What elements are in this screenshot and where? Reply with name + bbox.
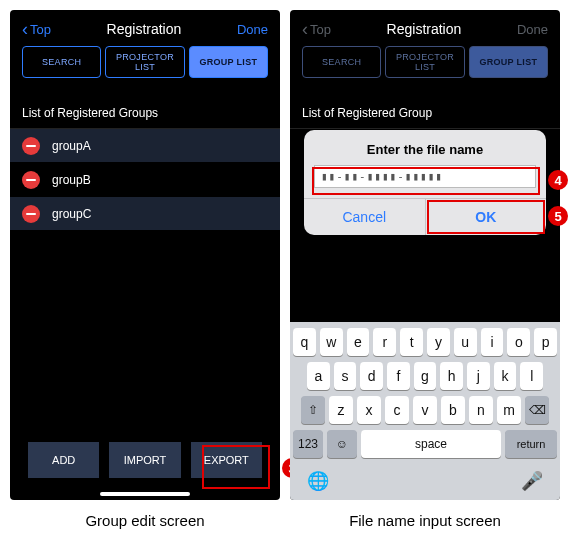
chevron-left-icon: ‹	[22, 20, 28, 38]
key-x[interactable]: x	[357, 396, 381, 424]
emoji-key[interactable]: ☺	[327, 430, 357, 458]
done-button: Done	[517, 22, 548, 37]
callout-5: 5	[548, 206, 568, 226]
file-name-input[interactable]	[314, 165, 536, 188]
backspace-key[interactable]: ⌫	[525, 396, 549, 424]
import-button[interactable]: IMPORT	[109, 442, 180, 478]
tab-group-list[interactable]: GROUP LIST	[189, 46, 268, 78]
section-label: List of Registered Groups	[10, 88, 280, 129]
add-button[interactable]: ADD	[28, 442, 99, 478]
ios-keyboard: qwertyuiop asdfghjkl ⇧ zxcvbnm⌫ 123 ☺ sp…	[290, 322, 560, 500]
section-label: List of Registered Group	[290, 88, 560, 129]
tab-projector-list: PROJECTOR LIST	[385, 46, 464, 78]
tab-group-list: GROUP LIST	[469, 46, 548, 78]
segment-control: SEARCH PROJECTOR LIST GROUP LIST	[290, 42, 560, 88]
page-title: Registration	[107, 21, 182, 37]
key-g[interactable]: g	[414, 362, 437, 390]
key-d[interactable]: d	[360, 362, 383, 390]
key-c[interactable]: c	[385, 396, 409, 424]
callout-4: 4	[548, 170, 568, 190]
return-key[interactable]: return	[505, 430, 557, 458]
tab-search: SEARCH	[302, 46, 381, 78]
key-e[interactable]: e	[347, 328, 370, 356]
group-name: groupB	[52, 173, 91, 187]
ok-button[interactable]: OK	[426, 199, 547, 235]
remove-icon[interactable]	[22, 171, 40, 189]
key-u[interactable]: u	[454, 328, 477, 356]
tab-projector-list[interactable]: PROJECTOR LIST	[105, 46, 184, 78]
page-title: Registration	[387, 21, 462, 37]
caption-right: File name input screen	[349, 512, 501, 529]
key-n[interactable]: n	[469, 396, 493, 424]
key-m[interactable]: m	[497, 396, 521, 424]
nav-bar: ‹ Top Registration Done	[290, 10, 560, 42]
mic-icon[interactable]: 🎤	[521, 470, 543, 492]
chevron-left-icon: ‹	[302, 20, 308, 38]
key-h[interactable]: h	[440, 362, 463, 390]
key-w[interactable]: w	[320, 328, 343, 356]
list-item[interactable]: groupC	[10, 197, 280, 231]
nav-bar: ‹ Top Registration Done	[10, 10, 280, 42]
key-z[interactable]: z	[329, 396, 353, 424]
back-button: ‹ Top	[302, 20, 331, 38]
key-r[interactable]: r	[373, 328, 396, 356]
key-p[interactable]: p	[534, 328, 557, 356]
key-t[interactable]: t	[400, 328, 423, 356]
home-indicator	[100, 492, 190, 496]
key-k[interactable]: k	[494, 362, 517, 390]
key-y[interactable]: y	[427, 328, 450, 356]
key-v[interactable]: v	[413, 396, 437, 424]
key-s[interactable]: s	[334, 362, 357, 390]
dialog-buttons: Cancel OK	[304, 198, 546, 235]
shift-key[interactable]: ⇧	[301, 396, 325, 424]
group-list: groupA groupB groupC	[10, 129, 280, 430]
tab-search[interactable]: SEARCH	[22, 46, 101, 78]
file-name-dialog: Enter the file name Cancel OK	[304, 130, 546, 235]
action-bar: ADD IMPORT EXPORT	[10, 430, 280, 500]
cancel-button[interactable]: Cancel	[304, 199, 426, 235]
file-name-input-screen: ‹ Top Registration Done SEARCH PROJECTOR…	[290, 10, 560, 500]
done-button[interactable]: Done	[237, 22, 268, 37]
key-i[interactable]: i	[481, 328, 504, 356]
key-j[interactable]: j	[467, 362, 490, 390]
group-name: groupA	[52, 139, 91, 153]
remove-icon[interactable]	[22, 137, 40, 155]
caption-left: Group edit screen	[85, 512, 204, 529]
remove-icon[interactable]	[22, 205, 40, 223]
key-q[interactable]: q	[293, 328, 316, 356]
space-key[interactable]: space	[361, 430, 501, 458]
list-item[interactable]: groupA	[10, 129, 280, 163]
export-button[interactable]: EXPORT	[191, 442, 262, 478]
key-b[interactable]: b	[441, 396, 465, 424]
back-label: Top	[30, 22, 51, 37]
segment-control: SEARCH PROJECTOR LIST GROUP LIST	[10, 42, 280, 88]
group-edit-screen: ‹ Top Registration Done SEARCH PROJECTOR…	[10, 10, 280, 500]
key-l[interactable]: l	[520, 362, 543, 390]
back-button[interactable]: ‹ Top	[22, 20, 51, 38]
globe-icon[interactable]: 🌐	[307, 470, 329, 492]
key-o[interactable]: o	[507, 328, 530, 356]
list-item[interactable]: groupB	[10, 163, 280, 197]
key-a[interactable]: a	[307, 362, 330, 390]
back-label: Top	[310, 22, 331, 37]
key-f[interactable]: f	[387, 362, 410, 390]
dialog-title: Enter the file name	[304, 130, 546, 165]
numbers-key[interactable]: 123	[293, 430, 323, 458]
group-name: groupC	[52, 207, 91, 221]
